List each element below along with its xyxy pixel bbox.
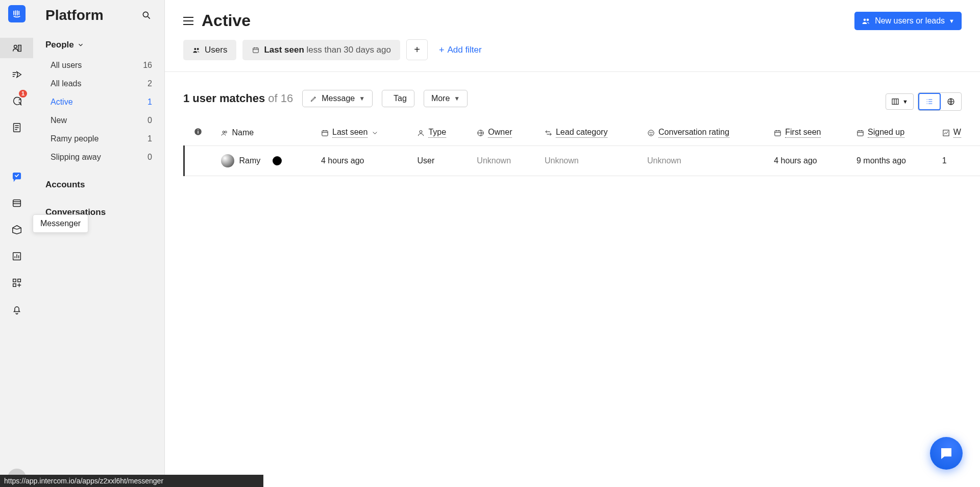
add-filter-link[interactable]: + Add filter: [434, 45, 482, 55]
rail-item-reports[interactable]: [0, 246, 33, 266]
sidebar-item-count: 0: [148, 116, 152, 125]
svg-rect-7: [13, 279, 16, 282]
users-icon: [192, 46, 201, 54]
rail-item-notifications[interactable]: [0, 299, 33, 320]
column-lead-category[interactable]: Lead category: [535, 120, 638, 146]
row-web-sessions: 1: [933, 146, 980, 176]
users-icon: [862, 17, 871, 25]
column-signed-up[interactable]: Signed up: [847, 120, 933, 146]
add-filter-label: Add filter: [448, 45, 482, 55]
user-icon: [417, 129, 425, 137]
rail-tooltip: Messenger: [33, 214, 88, 233]
svg-point-13: [194, 48, 196, 50]
sidebar-section-people[interactable]: People: [33, 35, 164, 55]
row-name: Ramy: [239, 156, 261, 165]
filter-chip-last-seen[interactable]: Last seen less than 30 days ago: [242, 40, 400, 60]
calendar-icon: [856, 129, 864, 137]
intercom-chat-icon: [939, 446, 954, 461]
svg-point-11: [864, 18, 866, 21]
row-conversation-rating: Unknown: [638, 146, 765, 176]
view-list-button[interactable]: [918, 93, 941, 110]
chevron-down-icon: [77, 41, 84, 48]
filter-chip-label: Users: [205, 45, 227, 55]
view-map-button[interactable]: [941, 93, 961, 110]
sidebar-section-people-label: People: [45, 40, 74, 50]
sidebar-item-label: New: [51, 116, 67, 125]
messenger-icon: [11, 171, 22, 182]
svg-point-1: [14, 45, 17, 48]
column-last-seen[interactable]: Last seen: [312, 120, 408, 146]
filter-chip-last-seen-label: Last seen: [264, 45, 304, 55]
column-label: Lead category: [556, 128, 607, 138]
column-conversation-rating[interactable]: Conversation rating: [638, 120, 765, 146]
conversations-badge: 1: [19, 90, 27, 98]
table-row[interactable]: Ramy 4 hours ago User Unknown Unknown Un…: [184, 146, 981, 176]
column-type[interactable]: Type: [408, 120, 468, 146]
column-owner[interactable]: Owner: [468, 120, 535, 146]
sidebar-section-accounts[interactable]: Accounts: [33, 175, 164, 195]
sidebar-item-slipping-away[interactable]: Slipping away 0: [33, 148, 164, 166]
column-label: Name: [232, 128, 254, 137]
column-label: First seen: [785, 128, 821, 138]
column-web-sessions[interactable]: W: [933, 120, 980, 146]
users-table-wrap[interactable]: Name Last seen: [165, 115, 980, 487]
calendar-icon: [774, 129, 781, 137]
row-signed-up: 9 months ago: [847, 146, 933, 176]
caret-down-icon: ▼: [359, 95, 365, 102]
column-label: Conversation rating: [658, 128, 729, 138]
rail-item-inbox[interactable]: [0, 220, 33, 240]
svg-rect-21: [198, 130, 199, 131]
column-label: W: [953, 128, 961, 138]
svg-point-23: [225, 131, 227, 133]
filter-chip-users[interactable]: Users: [183, 40, 236, 60]
columns-button[interactable]: ▼: [886, 93, 914, 110]
smiley-icon: [647, 129, 655, 137]
sidebar-section-accounts-label: Accounts: [45, 180, 85, 190]
rail-item-outbound[interactable]: [0, 64, 33, 85]
message-button[interactable]: Message ▼: [302, 90, 373, 107]
rail-item-platform[interactable]: [0, 38, 33, 58]
match-count: 1 user matches of 16: [183, 92, 293, 105]
brand-logo[interactable]: [8, 5, 26, 22]
sidebar-item-ramy-people[interactable]: Ramy people 1: [33, 130, 164, 148]
tag-button-label: Tag: [394, 94, 407, 103]
sidebar-search-button[interactable]: [139, 8, 154, 23]
row-lead-category: Unknown: [535, 146, 638, 176]
secondary-sidebar: Platform People All users 16 All leads 2: [33, 0, 165, 487]
rail-item-conversations[interactable]: 1: [0, 91, 33, 111]
filter-chip-last-seen-value: less than 30 days ago: [307, 45, 391, 55]
page-title: Active: [202, 11, 251, 30]
rail-item-apps[interactable]: [0, 273, 33, 293]
rail-item-operator[interactable]: [0, 193, 33, 213]
sidebar-item-label: Ramy people: [51, 134, 99, 143]
svg-rect-15: [253, 47, 259, 52]
people-company-icon: [11, 42, 22, 54]
sidebar-item-all-leads[interactable]: All leads 2: [33, 75, 164, 93]
message-button-label: Message: [322, 94, 355, 103]
main-content: Active New users or leads ▼ Users: [165, 0, 980, 487]
column-first-seen[interactable]: First seen: [765, 120, 847, 146]
chat-icon[interactable]: [273, 156, 282, 165]
rail-item-messenger[interactable]: [0, 166, 33, 187]
filter-add-chip-button[interactable]: +: [406, 39, 428, 60]
row-type: User: [408, 146, 468, 176]
svg-point-14: [197, 48, 199, 50]
column-info[interactable]: [184, 120, 212, 146]
column-label: Owner: [488, 128, 512, 138]
more-button[interactable]: More ▼: [424, 90, 468, 107]
tag-button[interactable]: Tag: [382, 90, 414, 107]
chart-icon: [11, 251, 22, 262]
more-button-label: More: [431, 94, 450, 103]
rail-item-articles[interactable]: [0, 117, 33, 138]
segment-menu-button[interactable]: [183, 17, 193, 25]
sidebar-item-all-users[interactable]: All users 16: [33, 56, 164, 75]
sidebar-item-active[interactable]: Active 1: [33, 93, 164, 111]
chevron-down-icon: [371, 129, 379, 137]
globe-icon: [477, 129, 484, 137]
sidebar-item-new[interactable]: New 0: [33, 111, 164, 130]
svg-point-27: [648, 130, 654, 135]
svg-rect-5: [13, 200, 20, 207]
chat-fab[interactable]: [930, 437, 963, 470]
new-users-leads-button[interactable]: New users or leads ▼: [854, 12, 962, 30]
column-name[interactable]: Name: [212, 120, 312, 146]
